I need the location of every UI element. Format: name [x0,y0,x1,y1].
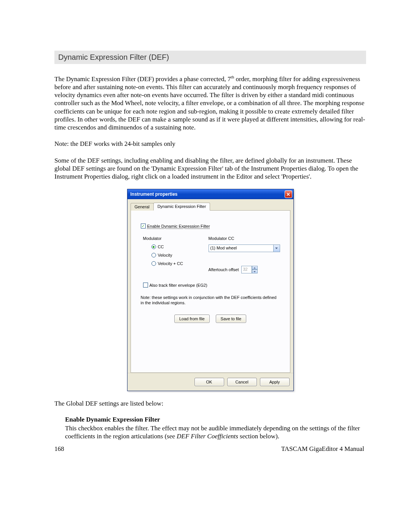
radio-cc[interactable]: CC [143,244,209,249]
dialog-container: Instrument properties ✕ General Dynamic … [54,189,366,391]
ok-button[interactable]: OK [194,378,224,386]
enable-def-label: Enable Dynamic Expression Filter [147,224,210,228]
modulator-cc-combo[interactable]: (1) Mod wheel [209,244,280,252]
modulator-cc-label: Modulator CC [209,236,280,241]
tab-def[interactable]: Dynamic Expression Filter [153,203,210,211]
radio-cc-input[interactable] [151,244,156,249]
close-icon: ✕ [286,192,290,197]
para1-superscript: th [231,75,234,79]
para1-part-a: The Dynamic Expression Filter (DEF) prov… [54,75,231,83]
columns: Modulator CC Velocity Velo [141,236,280,273]
paragraph-2: Some of the DEF settings, including enab… [54,157,366,181]
aftertouch-label: Aftertouch offset [209,267,239,272]
page: Dynamic Expression Filter (DEF) The Dyna… [0,0,411,532]
manual-title: TASCAM GigaEditor 4 Manual [281,445,364,453]
tab-panel: ✓ Enable Dynamic Expression Filter Modul… [131,211,290,372]
modulator-label: Modulator [143,236,209,241]
combo-dropdown-button[interactable] [274,244,280,252]
also-track-row: ✓ Also track filter envelope (EG2) [141,283,280,288]
aftertouch-input[interactable]: 32 [241,266,252,273]
radio-dot-icon [153,246,155,248]
radio-velocity-input[interactable] [151,253,156,257]
paragraph-3: The Global DEF settings are listed below… [54,399,366,407]
close-button[interactable]: ✕ [285,190,292,198]
page-footer: 168 TASCAM GigaEditor 4 Manual [54,445,364,453]
svg-marker-0 [275,248,278,249]
paragraph-1: The Dynamic Expression Filter (DEF) prov… [54,75,366,131]
para1-part-b: order, morphing filter for adding expres… [54,75,365,131]
apply-button[interactable]: Apply [260,378,290,386]
section-heading: Dynamic Expression Filter (DEF) [54,51,366,64]
enable-def-checkbox[interactable]: ✓ [141,224,146,228]
spin-up-button[interactable] [252,266,258,270]
svg-marker-2 [253,271,256,272]
dialog-title: Instrument properties [131,192,178,197]
dialog-note-text: Note: these settings work in conjunction… [141,295,280,305]
modulator-column: Modulator CC Velocity Velo [141,236,209,273]
tab-general[interactable]: General [131,203,154,211]
radio-velcc[interactable]: Velocity + CC [143,261,209,266]
load-from-file-button[interactable]: Load from file [174,315,210,323]
note-24bit: Note: the DEF works with 24-bit samples … [54,140,366,148]
instrument-properties-dialog: Instrument properties ✕ General Dynamic … [127,189,294,391]
aftertouch-spinner [252,266,258,273]
save-to-file-button[interactable]: Save to file [216,315,246,323]
radio-velcc-input[interactable] [151,261,156,266]
radio-velocity[interactable]: Velocity [143,253,209,257]
also-track-checkbox[interactable]: ✓ [143,283,148,288]
tabs-area: General Dynamic Expression Filter ✓ Enab… [127,199,293,372]
svg-marker-1 [253,267,256,268]
radio-velcc-label: Velocity + CC [158,261,183,266]
enable-def-subheading: Enable Dynamic Expression Filter [65,416,366,423]
dialog-footer: OK Cancel Apply [127,373,293,391]
radio-cc-label: CC [158,244,164,249]
caret-down-icon [253,271,256,272]
panel-spacer [141,323,280,365]
cancel-button[interactable]: Cancel [227,378,257,386]
radio-velocity-label: Velocity [158,253,172,257]
titlebar: Instrument properties ✕ [127,189,293,199]
file-buttons-row: Load from file Save to file [141,315,280,323]
modulator-cc-value[interactable]: (1) Mod wheel [209,244,274,252]
chevron-down-icon [275,248,278,249]
enable-def-row: ✓ Enable Dynamic Expression Filter [141,224,280,228]
page-number: 168 [54,445,64,453]
caret-up-icon [253,267,256,268]
also-track-label: Also track filter envelope (EG2) [150,283,207,288]
spin-down-button[interactable] [252,270,258,273]
sub-body-b: section below). [238,433,279,440]
enable-def-description: This checkbox enables the filter. The ef… [65,424,366,441]
sub-body-italic: DEF Filter Coefficients [177,433,238,440]
aftertouch-row: Aftertouch offset 32 [209,266,280,273]
tab-row: General Dynamic Expression Filter [131,202,290,211]
modulator-cc-column: Modulator CC (1) Mod wheel Aftertouch of… [209,236,280,273]
